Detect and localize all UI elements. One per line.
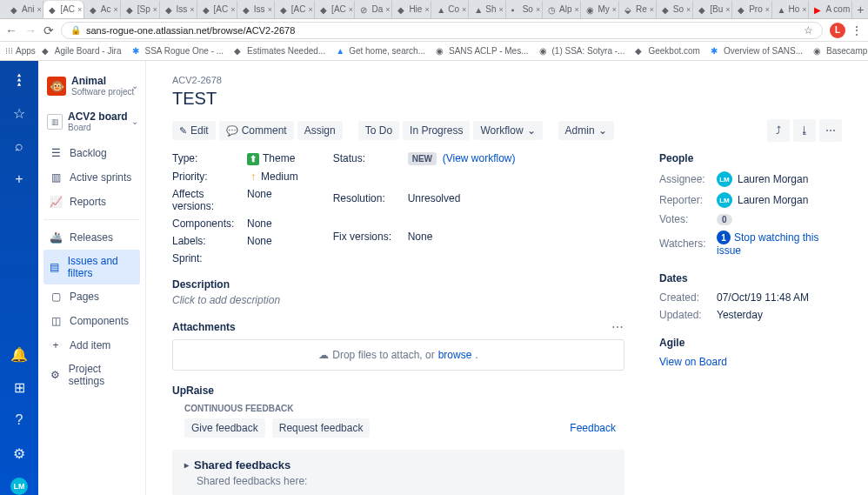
close-icon[interactable]: × [37, 5, 41, 14]
sidebar-item-active-sprints[interactable]: ▥Active sprints [43, 165, 140, 190]
field-value-priority[interactable]: ↑Medium [247, 171, 298, 183]
browser-tab[interactable]: ◆[AC× [197, 1, 237, 18]
bookmark[interactable]: ◉Basecamp To -Do's [809, 46, 868, 57]
todo-button[interactable]: To Do [358, 121, 399, 140]
forward-button[interactable]: → [24, 23, 37, 37]
more-actions-button[interactable]: ⋯ [819, 119, 842, 142]
jira-logo-icon[interactable] [10, 71, 28, 89]
browser-tab[interactable]: ◆Hie× [392, 1, 431, 18]
profile-avatar[interactable]: L [830, 23, 845, 38]
field-value[interactable]: None [408, 231, 516, 264]
created-value: 07/Oct/19 11:48 AM [717, 291, 842, 304]
browser-tab[interactable]: ◉My× [581, 1, 618, 18]
star-icon[interactable]: ☆ [10, 104, 28, 122]
browser-tab[interactable]: ◷Alp× [543, 1, 581, 18]
sidebar-item-releases[interactable]: 🚢Releases [43, 225, 140, 250]
field-value[interactable]: None [247, 188, 298, 212]
sidebar-item-project-settings[interactable]: ⚙Project settings [43, 358, 140, 392]
browser-tab[interactable]: ▲Ho× [772, 1, 810, 18]
reporter-value[interactable]: LMLauren Morgan [717, 192, 842, 208]
browser-tab[interactable]: ◆[Sp× [121, 1, 160, 18]
field-value[interactable] [247, 252, 298, 264]
browser-tab[interactable]: ◆[AC× [315, 1, 355, 18]
attachment-dropzone[interactable]: ☁Drop files to attach, or browse. [172, 339, 624, 371]
workflow-dropdown[interactable]: Workflow⌄ [473, 121, 542, 140]
address-bar: ← → ⟳ 🔒 sans-rogue-one.atlassian.net/bro… [0, 19, 868, 42]
edit-button[interactable]: ✎Edit [172, 121, 216, 140]
bookmark[interactable]: ◉SANS ACLP - Mes... [431, 46, 533, 57]
description-field[interactable]: Click to add description [172, 294, 624, 306]
issue-title[interactable]: TEST [172, 89, 842, 109]
settings-icon[interactable]: ⚙ [10, 445, 28, 462]
browser-tab[interactable]: ◆[AC× [275, 1, 315, 18]
browser-tab[interactable]: ◆Ac× [84, 1, 121, 18]
create-icon[interactable]: + [10, 171, 28, 188]
assignee-value[interactable]: LMLauren Morgan [717, 171, 842, 187]
assign-button[interactable]: Assign [297, 121, 343, 140]
browse-link[interactable]: browse [438, 349, 472, 361]
field-value[interactable]: None [247, 217, 298, 230]
browser-tab[interactable]: ◆So× [657, 1, 693, 18]
field-value[interactable]: None [247, 235, 298, 247]
back-button[interactable]: ← [5, 23, 17, 37]
admin-dropdown[interactable]: Admin⌄ [558, 121, 614, 140]
app-switcher-icon[interactable]: ⊞ [10, 378, 28, 396]
shared-feedbacks-toggle[interactable]: ▸Shared feedbacks [184, 458, 612, 472]
bookmark[interactable]: ◉(1) SSA: Sotyra -... [535, 46, 630, 57]
sidebar-item-components[interactable]: ◫Components [43, 309, 140, 333]
user-avatar[interactable]: LM [10, 478, 28, 495]
browser-tab[interactable]: ▶A com× [809, 1, 852, 18]
browser-tab[interactable]: ◆Ani× [5, 1, 43, 18]
sidebar-item-reports[interactable]: 📈Reports [43, 190, 140, 214]
export-button[interactable]: ⭳ [793, 119, 816, 142]
browser-menu-icon[interactable]: ⋮ [851, 23, 863, 37]
reload-button[interactable]: ⟳ [43, 23, 54, 37]
bookmark[interactable]: ▲Get home, search... [331, 46, 430, 57]
bookmark[interactable]: ✱SSA Rogue One - ... [128, 46, 229, 57]
bookmark[interactable]: ◆Geekbot.com [631, 46, 704, 57]
apps-button[interactable]: ⁝⁝⁝Apps [5, 46, 36, 56]
issue-key[interactable]: ACV2-2678 [172, 75, 842, 85]
help-icon[interactable]: ? [10, 411, 28, 429]
board-switcher[interactable]: ▥ ACV2 board Board ⌄ [43, 105, 140, 137]
board-subtitle: Board [68, 123, 128, 132]
field-value-type[interactable]: ⬆Theme [247, 152, 298, 165]
close-icon[interactable]: × [77, 5, 82, 14]
browser-tab[interactable]: ◆[AC× [43, 1, 83, 18]
browser-tab[interactable]: ▪So× [506, 1, 543, 18]
share-button[interactable]: ⤴ [767, 119, 790, 142]
view-workflow-link[interactable]: (View workflow) [443, 152, 516, 164]
browser-tab[interactable]: ▲Co× [431, 1, 469, 18]
comment-button[interactable]: 💬Comment [219, 121, 294, 140]
stop-watching-link[interactable]: Stop watching this issue [717, 231, 818, 258]
browser-tab[interactable]: ⬙Re× [619, 1, 657, 18]
browser-tab[interactable]: ◆Pro× [732, 1, 771, 18]
sidebar-item-backlog[interactable]: ☰Backlog [43, 141, 140, 165]
sidebar-item-pages[interactable]: ▢Pages [43, 284, 140, 309]
star-icon[interactable]: ☆ [804, 24, 813, 37]
new-tab-button[interactable]: + [852, 3, 868, 17]
sidebar-item-add-item[interactable]: +Add item [43, 333, 140, 358]
feedback-link[interactable]: Feedback [570, 422, 616, 434]
browser-tab[interactable]: ◆Iss× [160, 1, 197, 18]
request-feedback-button[interactable]: Request feedback [272, 418, 371, 438]
project-switcher[interactable]: 🐵 Animal Software project ⌄ [43, 71, 140, 105]
field-value-status[interactable]: NEW (View workflow) [408, 152, 516, 187]
give-feedback-button[interactable]: Give feedback [184, 418, 265, 438]
search-icon[interactable]: ⌕ [10, 137, 28, 155]
bookmark[interactable]: ✱Overview of SANS... [706, 46, 807, 57]
notification-icon[interactable]: 🔔 [10, 345, 28, 363]
browser-tab[interactable]: ◆[Bu× [693, 1, 732, 18]
browser-tab[interactable]: ⊘Da× [355, 1, 392, 18]
view-on-board-link[interactable]: View on Board [659, 356, 727, 368]
inprogress-button[interactable]: In Progress [403, 121, 470, 140]
attachments-menu[interactable]: ⋯ [611, 320, 624, 334]
chevron-down-icon: ⌄ [131, 117, 138, 126]
upraise-heading: UpRaise [172, 385, 624, 397]
browser-tab[interactable]: ▲Sh× [469, 1, 505, 18]
bookmark[interactable]: ◆Estimates Needed... [230, 46, 330, 57]
url-input[interactable]: 🔒 sans-rogue-one.atlassian.net/browse/AC… [61, 22, 823, 39]
browser-tab[interactable]: ◆Iss× [237, 1, 275, 18]
bookmark[interactable]: ◆Agile Board - Jira [37, 46, 126, 57]
sidebar-item-issues[interactable]: ▤Issues and filters [43, 250, 140, 284]
